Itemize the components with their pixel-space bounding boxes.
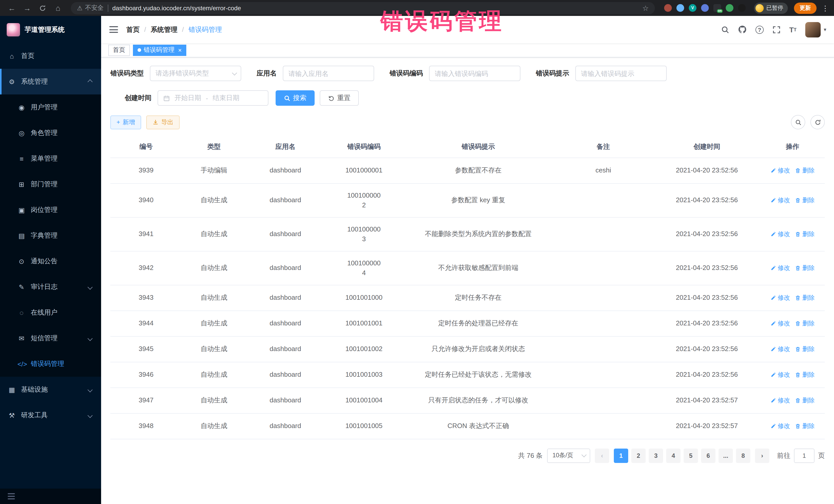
sidebar-item-6[interactable]: ▣ 岗位管理 [0, 197, 101, 223]
extension-icon[interactable] [726, 4, 733, 12]
delete-link[interactable]: 删除 [795, 344, 815, 354]
edit-link[interactable]: 修改 [771, 396, 790, 405]
font-size-icon[interactable]: TT [789, 25, 796, 34]
delete-link[interactable]: 删除 [795, 196, 815, 205]
page-button-6[interactable]: 6 [701, 448, 716, 463]
cell-remark [553, 217, 653, 251]
extension-icon[interactable]: V [689, 4, 697, 12]
sidebar-item-4[interactable]: ≡ 菜单管理 [0, 146, 101, 171]
refresh-table-icon[interactable] [810, 115, 825, 129]
search-icon[interactable] [721, 25, 729, 34]
fullscreen-icon[interactable] [772, 25, 781, 34]
bookmark-star-icon[interactable]: ☆ [642, 4, 649, 12]
delete-link[interactable]: 删除 [795, 370, 815, 379]
sidebar-item-0[interactable]: ⌂ 首页 [0, 43, 101, 69]
cell-app-name: dashboard [246, 362, 325, 387]
page-size-select[interactable]: 10条/页 [547, 448, 590, 463]
sidebar-item-8[interactable]: ⊙ 通知公告 [0, 248, 101, 274]
edit-link[interactable]: 修改 [771, 319, 790, 328]
github-icon[interactable] [738, 25, 747, 34]
user-avatar-menu[interactable]: ▾ [805, 22, 826, 37]
delete-link[interactable]: 删除 [795, 263, 815, 272]
address-bar[interactable]: ⚠ 不安全 dashboard.yudao.iocoder.cn/system/… [71, 2, 655, 14]
breadcrumb-home[interactable]: 首页 [126, 25, 139, 34]
page-button-4[interactable]: 4 [666, 448, 681, 463]
extension-icon[interactable] [676, 4, 684, 12]
sidebar-item-3[interactable]: ◎ 角色管理 [0, 120, 101, 146]
page-button-...[interactable]: ... [719, 448, 733, 463]
error-code-input[interactable] [430, 66, 520, 81]
delete-link[interactable]: 删除 [795, 166, 815, 175]
sidebar-item-1[interactable]: ⚙ 系统管理 [0, 69, 101, 94]
sidebar-item-2[interactable]: ◉ 用户管理 [0, 94, 101, 120]
hamburger-icon[interactable] [101, 26, 126, 33]
filter-code-label: 错误码编码 [390, 69, 423, 78]
edit-link[interactable]: 修改 [771, 293, 790, 302]
sidebar-item-label: 部门管理 [31, 180, 58, 189]
tab-close-icon[interactable]: × [178, 47, 182, 53]
delete-link[interactable]: 删除 [795, 229, 815, 239]
sidebar-item-11[interactable]: ✉ 短信管理 [0, 325, 101, 351]
sidebar-footer[interactable] [0, 489, 101, 504]
help-icon[interactable]: ? [755, 25, 764, 34]
edit-link[interactable]: 修改 [771, 229, 790, 239]
url-text[interactable]: dashboard.yudao.iocoder.cn/system/error-… [112, 4, 638, 12]
browser-update-button[interactable]: 更新 [794, 2, 816, 14]
extension-icon[interactable] [664, 4, 672, 12]
sidebar-item-10[interactable]: ◌ 在线用户 [0, 300, 101, 325]
app-logo[interactable]: 芋道管理系统 [0, 16, 101, 43]
search-button[interactable]: 搜索 [276, 90, 314, 106]
app-name-input[interactable] [283, 66, 374, 81]
reset-button[interactable]: 重置 [320, 90, 359, 106]
filter-row-2: 创建时间 开始日期 - 结束日期 搜索 [110, 90, 825, 106]
browser-profile-chip[interactable]: 已暂停 [754, 2, 788, 14]
page-button-2[interactable]: 2 [631, 448, 646, 463]
pin-extension-icon[interactable] [738, 4, 746, 12]
edit-link[interactable]: 修改 [771, 196, 790, 205]
edit-link[interactable]: 修改 [771, 370, 790, 379]
tab-error-code[interactable]: 错误码管理 × [133, 44, 186, 56]
sidebar-item-5[interactable]: ⊞ 部门管理 [0, 171, 101, 197]
delete-link[interactable]: 删除 [795, 293, 815, 302]
delete-link[interactable]: 删除 [795, 319, 815, 328]
sidebar-item-9[interactable]: ✎ 审计日志 [0, 274, 101, 300]
browser-home-icon[interactable]: ⌂ [51, 2, 65, 14]
delete-link[interactable]: 删除 [795, 396, 815, 405]
extension-icon[interactable]: on [714, 4, 721, 12]
browser-reload-icon[interactable] [36, 2, 49, 14]
browser-back-icon[interactable]: ← [5, 2, 19, 14]
security-status[interactable]: ⚠ 不安全 [77, 4, 104, 12]
goto-page-input[interactable] [794, 448, 814, 463]
filter-type: 错误码类型 请选择错误码类型 [110, 66, 241, 81]
error-type-select[interactable]: 请选择错误码类型 [150, 66, 241, 81]
browser-menu-icon[interactable]: ⋮ [822, 4, 829, 12]
error-code-table: 编号 类型 应用名 错误码编码 错误码提示 备注 创建时间 操作 3939 手动… [110, 136, 825, 439]
breadcrumb-system[interactable]: 系统管理 [151, 25, 177, 34]
extension-icon[interactable] [701, 4, 709, 12]
tab-home[interactable]: 首页 [108, 44, 130, 56]
next-page-button[interactable]: › [755, 448, 769, 463]
export-button[interactable]: 导出 [146, 115, 180, 129]
browser-forward-icon[interactable]: → [21, 2, 34, 14]
add-button[interactable]: + 新增 [110, 115, 141, 129]
page-button-3[interactable]: 3 [649, 448, 663, 463]
delete-link[interactable]: 删除 [795, 421, 815, 431]
edit-link[interactable]: 修改 [771, 421, 790, 431]
error-hint-input[interactable] [576, 66, 666, 81]
edit-link[interactable]: 修改 [771, 344, 790, 354]
cell-error-code: 1001001003 [325, 362, 403, 387]
edit-link[interactable]: 修改 [771, 166, 790, 175]
sidebar-item-14[interactable]: ⚒ 研发工具 [0, 402, 101, 428]
date-range-picker[interactable]: 开始日期 - 结束日期 [158, 90, 268, 106]
pagination: 共 76 条 10条/页 ‹ 123456...8 › 前往 页 [110, 448, 825, 463]
show-search-icon[interactable] [791, 115, 805, 129]
online-user-icon: ◌ [18, 309, 26, 316]
prev-page-button[interactable]: ‹ [595, 448, 609, 463]
edit-link[interactable]: 修改 [771, 263, 790, 272]
page-button-5[interactable]: 5 [684, 448, 698, 463]
page-button-1[interactable]: 1 [614, 448, 628, 463]
page-button-8[interactable]: 8 [736, 448, 750, 463]
sidebar-item-13[interactable]: ▦ 基础设施 [0, 377, 101, 402]
sidebar-item-12[interactable]: </> 错误码管理 [0, 351, 101, 377]
sidebar-item-7[interactable]: ▤ 字典管理 [0, 223, 101, 248]
